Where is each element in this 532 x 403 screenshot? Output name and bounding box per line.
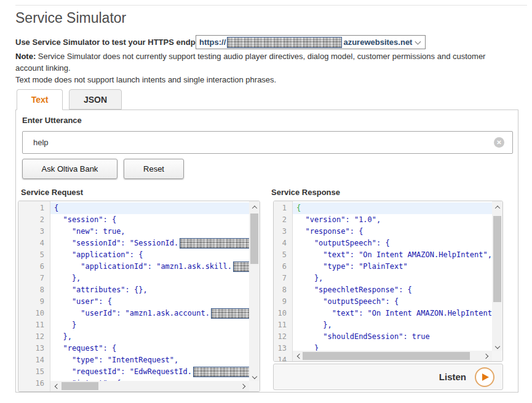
- line-number: 6: [274, 261, 292, 273]
- line-number: 2: [18, 214, 50, 226]
- scroll-down-icon[interactable]: [492, 341, 502, 351]
- line-number: 1: [274, 202, 292, 214]
- play-button[interactable]: [475, 367, 494, 387]
- response-code-area[interactable]: { "version": "1.0", "response": { "outpu…: [293, 201, 502, 351]
- code-line: "requestId": "EdwRequestId.: [50, 366, 260, 378]
- code-text: "new": true,: [54, 226, 125, 237]
- code-line: "outputSpeech": {: [293, 237, 502, 249]
- code-text: },: [54, 273, 81, 284]
- request-editor[interactable]: 1234567891011121314151617 { "session": {…: [18, 201, 260, 392]
- play-icon: [482, 373, 489, 381]
- line-number: 8: [274, 284, 292, 296]
- scroll-left-icon[interactable]: [52, 381, 62, 391]
- scroll-up-icon[interactable]: [492, 202, 502, 212]
- endpoint-url-suffix: azurewebsites.net: [343, 38, 412, 47]
- scrollbar-corner: [249, 381, 260, 391]
- response-horizontal-scrollbar[interactable]: [293, 351, 492, 361]
- code-text: "shouldEndSession": true: [296, 331, 430, 343]
- request-line-gutter: 1234567891011121314151617: [18, 201, 50, 391]
- code-text: "request": {: [54, 343, 116, 354]
- code-text: "speechletResponse": {: [296, 284, 412, 296]
- code-text: "sessionId": "SessionId.: [54, 237, 178, 249]
- code-line: },: [293, 319, 502, 331]
- service-request-label: Service Request: [21, 188, 83, 197]
- scrollbar-thumb[interactable]: [303, 352, 470, 360]
- code-line: {: [50, 202, 260, 214]
- code-text: "text": "On Intent AMAZON.HelpIntent: [296, 308, 492, 319]
- utterance-input[interactable]: [22, 131, 513, 154]
- simulator-panel: Enter Utterance Ask Oltiva Bank Reset Se…: [15, 110, 518, 393]
- tab-text[interactable]: Text: [17, 89, 63, 110]
- scroll-right-icon[interactable]: [237, 381, 248, 391]
- code-line: },: [50, 331, 260, 343]
- line-number: 1: [18, 202, 50, 214]
- request-vertical-scrollbar[interactable]: [249, 201, 260, 382]
- request-code-area[interactable]: { "session": { "new": true, "sessionId":…: [50, 201, 260, 381]
- code-text: },: [296, 273, 323, 284]
- redacted-value: [227, 37, 342, 48]
- scroll-down-icon[interactable]: [249, 372, 260, 381]
- code-line: "version": "1.0",: [293, 214, 502, 226]
- code-text: "type": "PlainText": [296, 261, 408, 273]
- note-text: Note: Service Simulator does not current…: [15, 50, 515, 74]
- code-text: }: [296, 343, 319, 351]
- line-number: 4: [18, 237, 50, 249]
- code-line: "text": "On Intent AMAZON.HelpIntent",: [293, 249, 502, 261]
- code-line: }: [50, 319, 260, 331]
- code-text: "session": {: [54, 214, 116, 226]
- code-text: "applicationId": "amzn1.ask.skill.: [54, 261, 232, 273]
- code-line: "type": "PlainText": [293, 261, 502, 273]
- line-number: 9: [18, 296, 50, 308]
- code-line: "applicationId": "amzn1.ask.skill.: [50, 261, 260, 273]
- line-number: 14: [274, 354, 292, 361]
- clear-input-icon[interactable]: [494, 137, 504, 148]
- scroll-up-icon[interactable]: [249, 202, 260, 212]
- line-number: 13: [18, 343, 50, 354]
- code-text: "requestId": "EdwRequestId.: [54, 366, 192, 378]
- code-line: "new": true,: [50, 226, 260, 237]
- scrollbar-thumb[interactable]: [493, 216, 501, 302]
- line-number: 16: [18, 378, 50, 389]
- code-line: {: [293, 202, 502, 214]
- line-number: 4: [274, 237, 292, 249]
- code-text: "version": "1.0",: [296, 214, 381, 226]
- code-line: "session": {: [50, 214, 260, 226]
- line-number: 10: [274, 308, 292, 319]
- code-text: "text": "On Intent AMAZON.HelpIntent",: [296, 249, 492, 261]
- line-number: 7: [274, 273, 292, 284]
- code-text: }: [54, 319, 76, 331]
- code-text: "attributes": {},: [54, 284, 148, 296]
- line-number: 9: [274, 296, 292, 308]
- code-text: "type": "IntentRequest",: [54, 354, 178, 366]
- scrollbar-thumb[interactable]: [250, 213, 258, 264]
- scrollbar-thumb[interactable]: [62, 382, 98, 390]
- reset-button[interactable]: Reset: [124, 159, 184, 179]
- code-text: "outputSpeech": {: [296, 296, 399, 308]
- line-number: 6: [18, 261, 50, 273]
- listen-label: Listen: [439, 372, 466, 382]
- response-vertical-scrollbar[interactable]: [492, 201, 502, 352]
- scroll-right-icon[interactable]: [480, 351, 491, 361]
- utterance-label: Enter Utterance: [22, 116, 82, 125]
- page-title: Service Simulator: [15, 10, 126, 26]
- tab-json[interactable]: JSON: [69, 89, 122, 110]
- line-number: 3: [18, 226, 50, 237]
- endpoint-label: Use Service Simulator to test your HTTPS…: [15, 36, 213, 49]
- code-text: "outputSpeech": {: [296, 237, 390, 249]
- code-line: },: [50, 273, 260, 284]
- endpoint-dropdown[interactable]: https:// azurewebsites.net: [196, 35, 426, 49]
- ask-skill-button[interactable]: Ask Oltiva Bank: [22, 159, 117, 179]
- line-number: 11: [274, 319, 292, 331]
- note-body: Service Simulator does not currently sup…: [15, 52, 485, 73]
- header-divider: [15, 5, 527, 6]
- line-number: 7: [18, 273, 50, 284]
- code-line: "response": {: [293, 226, 502, 237]
- scrollbar-corner: [492, 351, 502, 361]
- line-number: 5: [18, 249, 50, 261]
- request-horizontal-scrollbar[interactable]: [50, 381, 249, 391]
- code-text: "response": {: [296, 226, 363, 237]
- endpoint-url-prefix: https://: [199, 38, 226, 47]
- note-label: Note:: [15, 52, 36, 61]
- response-editor[interactable]: 1234567891011121314 { "version": "1.0", …: [273, 201, 503, 362]
- code-line: "shouldEndSession": true: [293, 331, 502, 343]
